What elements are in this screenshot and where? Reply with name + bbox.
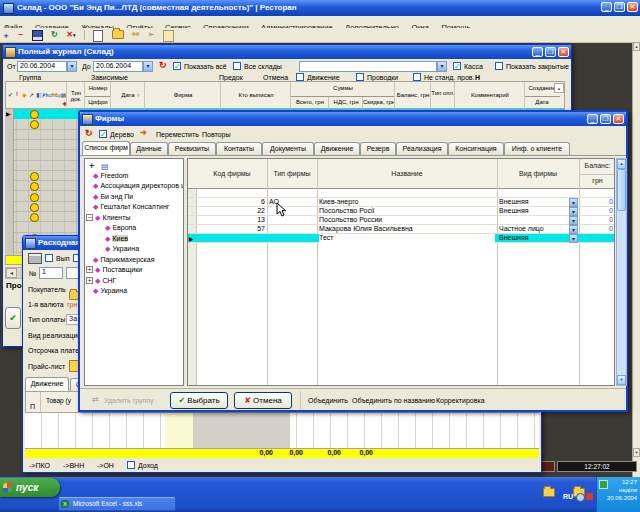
- table-row[interactable]: 13 Посольство России ▾ 0: [188, 216, 615, 225]
- all-warehouses-checkbox[interactable]: [233, 62, 241, 70]
- num-field[interactable]: 1: [39, 267, 63, 279]
- new-doc-icon[interactable]: [93, 30, 103, 42]
- quicklaunch-folder-icon[interactable]: [543, 488, 555, 497]
- delete-dropdown-icon[interactable]: ▾: [73, 32, 76, 38]
- tree-item-association[interactable]: ◆Ассоциация директоров школ: [93, 181, 184, 191]
- restore-icon[interactable]: ❐: [614, 2, 625, 12]
- add-icon[interactable]: ＋: [2, 30, 10, 41]
- print-icon[interactable]: [28, 253, 42, 264]
- taskbar-button-excel[interactable]: XMicrosoft Excel - sss.xls: [58, 496, 176, 511]
- journal-restore-icon[interactable]: ❐: [545, 47, 556, 57]
- show-closed-checkbox[interactable]: [495, 62, 503, 70]
- to-date-dropdown-icon[interactable]: ▾: [143, 61, 153, 72]
- language-indicator[interactable]: RU: [563, 493, 573, 500]
- kind-dropdown-icon[interactable]: ▾: [569, 207, 578, 216]
- scroll-up-icon[interactable]: ▲: [633, 42, 640, 51]
- kind-dropdown-icon[interactable]: ▾: [569, 216, 578, 225]
- volume-icon[interactable]: [576, 493, 585, 502]
- tree-item-freedom[interactable]: ◆Freedom: [93, 171, 128, 181]
- table-row[interactable]: 22 Посольство Росії Внешняя ▾ 0: [188, 207, 615, 216]
- move-icon[interactable]: ➜: [140, 128, 147, 137]
- tree-item-cis[interactable]: +◆СНГ: [86, 276, 116, 286]
- tree-item-ukraine-child[interactable]: ◆Украина: [105, 244, 139, 254]
- dependent-label[interactable]: Зависимые: [91, 74, 128, 81]
- table-row[interactable]: 6 АО Киев-энерго Внешняя ▾ 0: [188, 198, 615, 207]
- scroll-left-icon[interactable]: ◄: [6, 268, 17, 278]
- tab-consignment[interactable]: Консигнация: [448, 142, 504, 155]
- pricelist-label[interactable]: Прайс-лист: [28, 363, 65, 370]
- cancel-label[interactable]: Отмена: [263, 74, 288, 81]
- tab-requisites[interactable]: Реквизиты: [168, 142, 216, 155]
- tab-reserve[interactable]: Резерв: [360, 142, 396, 155]
- firms-minimize-icon[interactable]: _: [587, 114, 598, 124]
- merge-by-name-button[interactable]: Объединить по названию: [352, 397, 435, 404]
- repeats-label[interactable]: Повторы: [202, 131, 230, 138]
- tree-item-bi-and-pi[interactable]: ◆Би энд Пи: [93, 192, 133, 202]
- journal-refresh-icon[interactable]: ↻: [159, 60, 167, 70]
- journal-close-icon[interactable]: ✕: [558, 47, 569, 57]
- vnn-link[interactable]: ->ВНН: [63, 462, 84, 469]
- expand-icon[interactable]: +: [86, 277, 93, 284]
- journal-confirm-button[interactable]: ✔: [5, 307, 21, 329]
- remove-icon[interactable]: −: [18, 30, 23, 39]
- start-button[interactable]: пуск: [0, 478, 60, 497]
- postings-checkbox[interactable]: [356, 73, 364, 81]
- delete-icon[interactable]: ✕▾: [66, 30, 75, 39]
- tray-app-icon[interactable]: [586, 493, 593, 500]
- currency-value[interactable]: грн: [67, 301, 77, 308]
- from-date-field[interactable]: 20.06.2004: [17, 61, 67, 72]
- notes-icon[interactable]: [163, 30, 174, 42]
- minimize-icon[interactable]: _: [601, 2, 612, 12]
- warehouse-combo[interactable]: [299, 61, 437, 72]
- keys-icon[interactable]: ⚯: [132, 30, 139, 39]
- from-date-dropdown-icon[interactable]: ▾: [67, 61, 77, 72]
- show-all-checkbox[interactable]: ✓: [173, 62, 181, 70]
- header-scroll-up-icon[interactable]: ▲: [554, 83, 564, 93]
- tree-item-europe[interactable]: ◆Европа: [105, 223, 136, 233]
- warehouse-combo-dropdown-icon[interactable]: ▾: [437, 61, 447, 72]
- invoice-tab-movement[interactable]: Движение: [25, 377, 69, 391]
- firms-close-icon[interactable]: ✕: [613, 114, 624, 124]
- to-date-field[interactable]: 20.06.2004: [93, 61, 143, 72]
- merge-button[interactable]: Объединить: [308, 397, 348, 404]
- save-icon[interactable]: [32, 30, 43, 41]
- tab-movement[interactable]: Движение: [314, 142, 360, 155]
- kassa-checkbox[interactable]: ✓: [453, 62, 461, 70]
- firms-scrollbar[interactable]: ▲ ▼: [616, 158, 627, 386]
- pko-link[interactable]: ->ПКО: [29, 462, 50, 469]
- move-label[interactable]: Переместить: [156, 131, 199, 138]
- scroll-up-icon[interactable]: ▲: [617, 159, 626, 169]
- refresh-icon[interactable]: ↻: [51, 30, 58, 39]
- select-button[interactable]: ✔ Выбрать: [170, 392, 228, 409]
- tree-item-kiev[interactable]: ◆Киев: [105, 234, 128, 244]
- on-link[interactable]: ->ОН: [97, 462, 114, 469]
- income-checkbox[interactable]: [127, 461, 135, 469]
- tab-realization[interactable]: Реализация: [396, 142, 448, 155]
- vyp-checkbox[interactable]: [45, 254, 53, 262]
- collapse-icon[interactable]: −: [86, 214, 93, 221]
- correction-button[interactable]: Корректировка: [436, 397, 485, 404]
- tree-checkbox[interactable]: ✓: [99, 130, 107, 138]
- journal-minimize-icon[interactable]: _: [532, 47, 543, 57]
- table-row-selected[interactable]: Тест Внешняя ▾: [188, 234, 615, 243]
- tray-clock[interactable]: 12:27 неділя 20.06.2004: [596, 477, 640, 512]
- send-icon[interactable]: ➣: [147, 30, 154, 39]
- expand-icon[interactable]: +: [86, 266, 93, 273]
- table-row[interactable]: 57 Макарова Юлия Васильевна Частное лицо…: [188, 225, 615, 234]
- table-row[interactable]: [188, 189, 615, 198]
- open-folder-icon[interactable]: [112, 30, 124, 39]
- tree-item-gestalt[interactable]: ◆Гештальт Консалтинг: [93, 202, 169, 212]
- mdi-scrollbar[interactable]: ▲ ▼: [632, 42, 640, 477]
- firms-restore-icon[interactable]: ❐: [600, 114, 611, 124]
- kind-dropdown-icon[interactable]: ▾: [569, 225, 578, 234]
- scroll-thumb[interactable]: [617, 169, 626, 211]
- scroll-down-icon[interactable]: ▼: [633, 448, 640, 457]
- tab-client-info[interactable]: Инф. о клиенте: [504, 142, 570, 155]
- close-icon[interactable]: ✕: [627, 2, 638, 12]
- firms-refresh-icon[interactable]: ↻: [85, 128, 93, 138]
- tree-item-ukraine[interactable]: ◆Украина: [93, 286, 127, 296]
- tree-item-suppliers[interactable]: +◆Поставщики: [86, 265, 142, 275]
- scroll-down-icon[interactable]: ▼: [617, 375, 626, 385]
- tree-structure-icon[interactable]: ▤: [101, 162, 109, 171]
- tree-item-hairdresser[interactable]: ◆Парикмахерская: [93, 255, 155, 265]
